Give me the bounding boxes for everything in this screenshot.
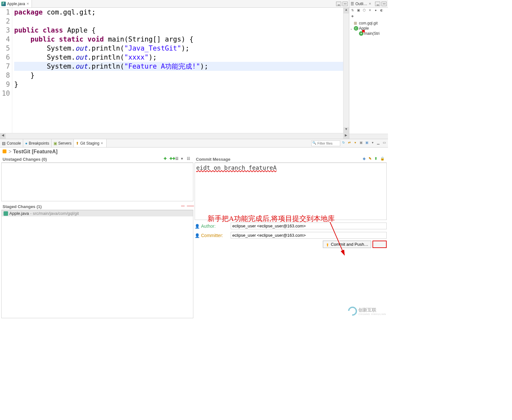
dropdown-icon[interactable]: ▾ xyxy=(181,157,186,162)
git-staging-icon: ⬆ xyxy=(76,141,79,146)
close-icon[interactable]: ✕ xyxy=(26,2,30,6)
servers-icon: ▣ xyxy=(53,141,57,146)
view-mode2-icon[interactable]: ▣ xyxy=(364,141,369,146)
repo-name: TestGit xyxy=(13,149,30,154)
staged-header: Staged Changes (1) — —— xyxy=(1,203,193,210)
tab-git-staging[interactable]: ⬆ Git Staging ✕ xyxy=(74,139,107,147)
package-name: com.gql.git xyxy=(359,21,378,25)
bottom-panel: ▤ Console ● Breakpoints ▣ Servers ⬆ Git … xyxy=(0,139,388,318)
refresh-icon[interactable]: ↻ xyxy=(341,141,346,146)
add-all-icon[interactable]: ✚✚ xyxy=(169,157,175,162)
tab-servers[interactable]: ▣ Servers xyxy=(52,139,74,147)
staged-list[interactable]: Apple.java - src/main/java/com/gql/git xyxy=(1,210,193,318)
unstaged-header: Unstaged Changes (0) ✚ ✚✚ ☰ ▾ ☷ xyxy=(1,156,193,163)
scroll-left-icon[interactable]: ◀ xyxy=(0,133,6,139)
outline-toolbar: ⇅ ▣ ⬡ ✕ ● ◐ ◈ xyxy=(349,8,388,20)
commit-push-label: Commit and Push… xyxy=(331,242,368,247)
scroll-down-icon[interactable]: ▼ xyxy=(343,127,349,133)
commit-button-highlighted[interactable] xyxy=(372,241,387,248)
view-menu-icon[interactable]: ▾ xyxy=(370,141,375,146)
commit-msg-title: Commit Message xyxy=(196,157,230,162)
method-icon: ● xyxy=(359,31,363,36)
vertical-scrollbar[interactable]: ▲ ▼ xyxy=(343,8,349,133)
remove-icon[interactable]: — xyxy=(181,204,186,209)
list-mode-icon[interactable]: ☰ xyxy=(175,157,180,162)
staged-title: Staged Changes (1) xyxy=(3,204,42,209)
method-name: main(Stri xyxy=(364,31,380,36)
minimize-button[interactable]: ▁ xyxy=(375,2,380,6)
close-icon[interactable]: ✕ xyxy=(101,141,104,145)
lock-icon[interactable]: 🔒 xyxy=(380,157,385,162)
maximize-icon[interactable]: ▭ xyxy=(382,141,387,146)
sort-icon[interactable]: ⇅ xyxy=(350,8,355,14)
branch-name: [FeatureA] xyxy=(32,149,58,154)
tab-label: Console xyxy=(7,141,21,146)
author-label: Author: xyxy=(201,224,229,229)
committer-row: 👤 Committer: xyxy=(195,232,387,239)
editor-pane: Apple.java ✕ ▁ ▭ 12345678910 package com… xyxy=(0,0,349,139)
outline-class[interactable]: ⌄ C Apple xyxy=(350,26,387,31)
tab-breakpoints[interactable]: ● Breakpoints xyxy=(23,139,52,147)
committer-icon: 👤 xyxy=(195,233,199,238)
hide-nonpublic-icon[interactable]: ◐ xyxy=(379,8,384,14)
filter-area: ↻ ⇄ ▾ ▣ ▣ ▾ ▁ ▭ xyxy=(311,140,388,146)
scroll-right-icon[interactable]: ▶ xyxy=(343,133,349,139)
scroll-up-icon[interactable]: ▲ xyxy=(343,8,349,14)
unstaged-list[interactable] xyxy=(1,163,193,201)
outline-tree: ⊞ com.gql.git ⌄ C Apple ● main(Stri xyxy=(349,20,388,37)
committer-input[interactable] xyxy=(231,232,387,239)
bottom-tab-bar: ▤ Console ● Breakpoints ▣ Servers ⬆ Git … xyxy=(0,139,388,148)
link-editor-icon[interactable]: ⇄ xyxy=(347,141,352,146)
outline-horizontal-scrollbar[interactable] xyxy=(349,134,388,139)
author-input[interactable] xyxy=(231,223,387,229)
console-icon: ▤ xyxy=(2,141,5,146)
expander-icon[interactable]: ⌄ xyxy=(350,27,353,30)
repo-dropdown-icon[interactable]: ▾ xyxy=(353,141,358,146)
editor-window-controls: ▁ ▭ xyxy=(336,2,349,6)
tab-console[interactable]: ▤ Console xyxy=(0,139,23,147)
outline-method[interactable]: ● main(Stri xyxy=(350,31,387,36)
editor-tab-bar: Apple.java ✕ ▁ ▭ xyxy=(0,0,349,8)
close-icon[interactable]: ✕ xyxy=(369,2,372,6)
changeid-icon[interactable]: ⬆ xyxy=(374,157,380,162)
commit-msg-header: Commit Message ◆ ✎ ⬆ 🔒 xyxy=(195,156,387,163)
push-icon: ⬆ xyxy=(326,243,330,246)
tree-mode-icon[interactable]: ☷ xyxy=(187,157,192,162)
outline-package[interactable]: ⊞ com.gql.git xyxy=(350,21,387,26)
hide-static-icon[interactable]: ● xyxy=(373,8,378,14)
commit-message-input[interactable]: eidt on branch featureA xyxy=(195,163,387,220)
hide-local-icon[interactable]: ◈ xyxy=(350,14,355,19)
editor-tab-apple[interactable]: Apple.java ✕ xyxy=(0,0,32,7)
class-icon: C xyxy=(354,26,358,31)
java-file-icon xyxy=(4,211,8,216)
commit-and-push-button[interactable]: ⬆ Commit and Push… xyxy=(323,241,371,248)
maximize-button[interactable]: ▭ xyxy=(343,2,348,6)
filter-input[interactable] xyxy=(311,140,340,146)
view-mode-icon[interactable]: ▣ xyxy=(358,141,363,146)
outline-tab[interactable]: ☰ Outli… ✕ ▁ ▭ xyxy=(349,0,388,8)
minimize-button[interactable]: ▁ xyxy=(336,2,341,6)
tab-label: Breakpoints xyxy=(29,141,49,146)
author-icon: 👤 xyxy=(195,224,199,228)
staged-file-name: Apple.java xyxy=(9,211,29,216)
signoff-icon[interactable]: ✎ xyxy=(369,157,374,162)
author-row: 👤 Author: xyxy=(195,223,387,229)
outline-title: Outli… xyxy=(355,2,367,6)
staged-file-path: - src/main/java/com/gql/git xyxy=(30,211,79,216)
remove-all-icon[interactable]: —— xyxy=(187,204,192,209)
focus-icon[interactable]: ⬡ xyxy=(362,8,367,14)
staged-file-row[interactable]: Apple.java - src/main/java/com/gql/git xyxy=(2,210,193,216)
code-area[interactable]: 12345678910 package com.gql.git;public c… xyxy=(0,8,349,133)
outline-icon: ☰ xyxy=(351,2,354,6)
filter-icon[interactable]: ▣ xyxy=(356,8,361,14)
committer-label: Committer: xyxy=(201,233,229,238)
maximize-button[interactable]: ▭ xyxy=(382,2,387,6)
amend-icon[interactable]: ◆ xyxy=(363,157,368,162)
horizontal-scrollbar[interactable]: ◀ ▶ xyxy=(0,133,349,139)
breakpoints-icon: ● xyxy=(25,141,27,146)
hide-fields-icon[interactable]: ✕ xyxy=(367,8,372,14)
tab-title: Apple.java xyxy=(7,2,25,6)
minimize-icon[interactable]: ▁ xyxy=(376,141,381,146)
code-content[interactable]: package com.gql.git;public class Apple {… xyxy=(12,8,343,133)
add-icon[interactable]: ✚ xyxy=(164,157,169,162)
